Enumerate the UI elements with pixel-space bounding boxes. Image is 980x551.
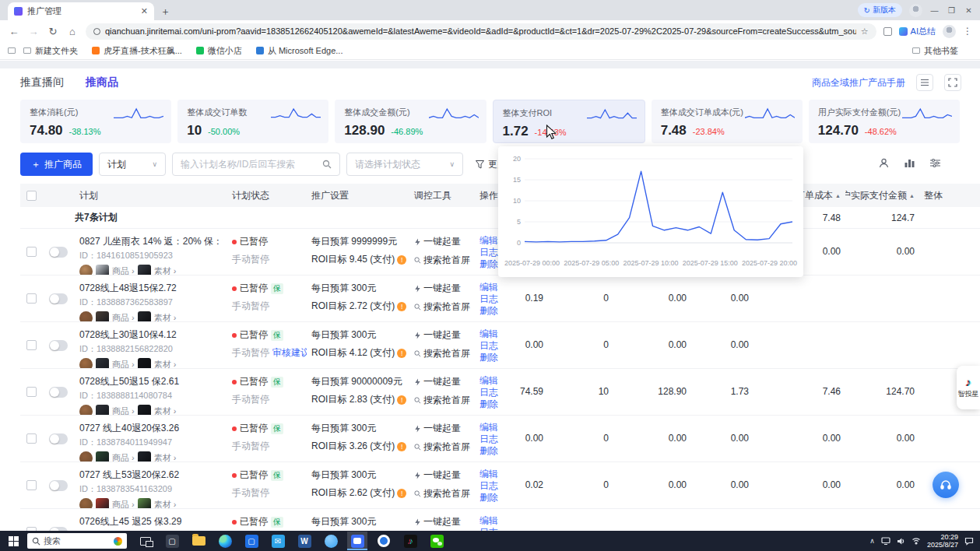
row-toggle-switch[interactable] bbox=[49, 247, 68, 258]
log-link[interactable]: 日志 bbox=[479, 387, 501, 398]
row-checkbox[interactable] bbox=[26, 480, 37, 490]
tiktok-icon[interactable]: ♪ bbox=[400, 532, 420, 550]
browser-tab[interactable]: 推广管理 ✕ bbox=[8, 2, 154, 20]
row-toggle-switch[interactable] bbox=[49, 480, 68, 491]
account-icon[interactable] bbox=[878, 157, 890, 171]
log-link[interactable]: 日志 bbox=[479, 340, 501, 352]
home-icon[interactable]: ⌂ bbox=[66, 26, 79, 37]
wechat-icon[interactable] bbox=[427, 532, 447, 550]
reading-list-icon[interactable] bbox=[8, 47, 16, 54]
sort-icon[interactable]: ▲ bbox=[835, 193, 841, 198]
reload-icon[interactable]: ↻ bbox=[47, 26, 59, 37]
plan-name[interactable]: 0827 儿坐雨衣 14% 返：20% 保：9.92 bbox=[79, 235, 223, 248]
header-overall[interactable]: 整体 bbox=[919, 184, 980, 207]
material-link[interactable]: 素材 › bbox=[154, 265, 177, 275]
file-explorer-icon[interactable] bbox=[188, 532, 209, 550]
warning-icon[interactable]: ! bbox=[397, 255, 406, 265]
task-view-icon[interactable] bbox=[135, 532, 156, 550]
delete-link[interactable]: 删除 bbox=[479, 398, 501, 410]
edge-browser-icon[interactable] bbox=[215, 532, 235, 550]
display-icon[interactable] bbox=[881, 537, 890, 545]
row-checkbox[interactable] bbox=[26, 433, 37, 444]
mail-icon[interactable]: ✉ bbox=[268, 532, 288, 550]
one-key-boost-button[interactable]: 一键起量 bbox=[414, 515, 470, 528]
bookmark-item[interactable]: 微信小店 bbox=[196, 45, 242, 57]
new-version-badge[interactable]: ↻新版本 bbox=[858, 3, 902, 17]
one-key-boost-button[interactable]: 一键起量 bbox=[414, 328, 470, 342]
stat-card[interactable]: 整体成交订单成本(元)7.48-23.84% bbox=[652, 100, 803, 143]
product-link[interactable]: 商品 › bbox=[112, 312, 135, 321]
warning-icon[interactable]: ! bbox=[397, 302, 406, 311]
tab-live-room[interactable]: 推直播间 bbox=[20, 75, 64, 89]
forward-icon[interactable]: → bbox=[27, 26, 40, 37]
warning-icon[interactable]: ! bbox=[397, 442, 406, 451]
browser-avatar[interactable] bbox=[909, 4, 922, 17]
minimize-button[interactable]: — bbox=[929, 6, 940, 15]
bookmark-item[interactable]: 从 Microsoft Edge... bbox=[256, 45, 343, 57]
fullscreen-button[interactable] bbox=[944, 74, 961, 91]
plan-name[interactable]: 0728线上50退15 保2.61 bbox=[79, 375, 223, 388]
close-button[interactable]: ✕ bbox=[964, 6, 974, 15]
plan-name[interactable]: 0727 线上53退20保2.62 bbox=[79, 469, 223, 482]
settings-sliders-icon[interactable] bbox=[929, 157, 941, 171]
product-link[interactable]: 商品 › bbox=[112, 499, 135, 508]
browser-menu-icon[interactable]: ⋮ bbox=[963, 26, 972, 37]
material-link[interactable]: 素材 › bbox=[154, 312, 177, 321]
plan-name[interactable]: 0728线上30退10保4.12 bbox=[79, 328, 223, 342]
search-highlight-icon[interactable] bbox=[114, 537, 122, 546]
back-icon[interactable]: ← bbox=[8, 26, 20, 37]
metric-settings-button[interactable] bbox=[916, 74, 933, 91]
header-plan[interactable]: 计划 bbox=[75, 184, 227, 207]
select-all-checkbox[interactable] bbox=[26, 191, 37, 201]
search-icon[interactable] bbox=[322, 160, 332, 169]
product-link[interactable]: 商品 › bbox=[112, 452, 135, 462]
delete-link[interactable]: 删除 bbox=[479, 492, 501, 504]
search-first-screen-button[interactable]: 搜索抢首屏 bbox=[414, 347, 470, 360]
delete-link[interactable]: 删除 bbox=[479, 352, 501, 363]
store-icon[interactable]: ▢ bbox=[241, 532, 262, 550]
product-manual-link[interactable]: 商品全域推广产品手册 bbox=[812, 76, 905, 89]
tab-promote-product[interactable]: 推商品 bbox=[86, 75, 118, 89]
tab-close-icon[interactable]: ✕ bbox=[141, 6, 148, 16]
plan-name[interactable]: 0726线上45 退25 保3.29 bbox=[79, 515, 223, 528]
edit-link[interactable]: 编辑 bbox=[479, 469, 501, 480]
edit-link[interactable]: 编辑 bbox=[479, 375, 501, 387]
row-checkbox[interactable] bbox=[26, 293, 37, 304]
one-key-boost-button[interactable]: 一键起量 bbox=[414, 235, 470, 248]
browser-icon[interactable] bbox=[374, 532, 394, 550]
tray-expand-icon[interactable]: ∧ bbox=[869, 537, 875, 545]
product-link[interactable]: 商品 › bbox=[112, 359, 135, 368]
customer-service-button[interactable] bbox=[933, 472, 959, 498]
header-tools[interactable]: 调控工具 bbox=[409, 184, 475, 207]
stat-card[interactable]: 整体支付ROI1.72-14.43% bbox=[493, 100, 645, 143]
url-text[interactable]: qianchuan.jinritemai.com/uni-prom?aavid=… bbox=[105, 26, 856, 36]
stat-card[interactable]: 整体成交订单数10-50.00% bbox=[177, 100, 328, 143]
row-toggle-switch[interactable] bbox=[49, 433, 68, 444]
log-link[interactable]: 日志 bbox=[479, 433, 501, 445]
word-icon[interactable]: W bbox=[294, 532, 314, 550]
log-link[interactable]: 日志 bbox=[479, 480, 501, 492]
taskbar-search-box[interactable]: 搜索 bbox=[27, 533, 127, 549]
edit-link[interactable]: 编辑 bbox=[479, 282, 501, 293]
profile-avatar[interactable] bbox=[943, 25, 956, 38]
start-button[interactable] bbox=[3, 536, 23, 546]
material-link[interactable]: 素材 › bbox=[154, 499, 177, 508]
other-bookmarks[interactable]: 其他书签 bbox=[912, 45, 958, 57]
restore-button[interactable]: ❐ bbox=[947, 6, 957, 15]
header-user-paid[interactable]: 用户实际支付金额▲ bbox=[845, 184, 919, 207]
bookmark-item[interactable]: 新建文件夹 bbox=[23, 45, 78, 57]
material-link[interactable]: 素材 › bbox=[154, 405, 177, 415]
product-link[interactable]: 商品 › bbox=[112, 265, 135, 275]
url-box[interactable]: qianchuan.jinritemai.com/uni-prom?aavid=… bbox=[86, 23, 876, 40]
row-checkbox[interactable] bbox=[26, 247, 37, 257]
one-key-boost-button[interactable]: 一键起量 bbox=[414, 282, 470, 295]
bookmark-star-icon[interactable]: ☆ bbox=[861, 26, 869, 37]
search-input[interactable]: 输入计划名称/ID后回车搜索 bbox=[172, 153, 340, 176]
delete-link[interactable]: 删除 bbox=[479, 305, 501, 317]
material-link[interactable]: 素材 › bbox=[154, 359, 177, 368]
one-key-boost-button[interactable]: 一键起量 bbox=[414, 375, 470, 388]
header-status[interactable]: 计划状态 bbox=[227, 184, 307, 207]
material-link[interactable]: 素材 › bbox=[154, 452, 177, 462]
custom-column-icon[interactable] bbox=[904, 157, 915, 171]
delete-link[interactable]: 删除 bbox=[479, 445, 501, 457]
